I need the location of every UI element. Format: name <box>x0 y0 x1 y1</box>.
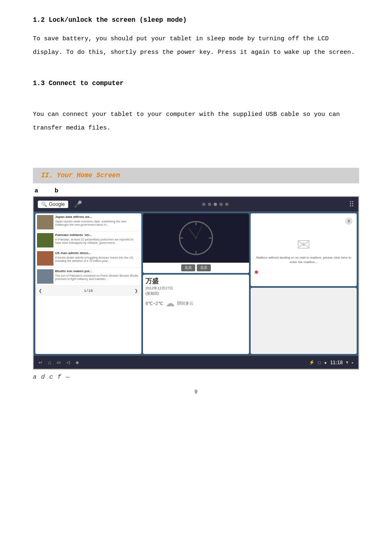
dot-4 <box>219 203 223 206</box>
news-text-1: Japan data affirms we... Japan reports w… <box>55 215 140 229</box>
news-prev-button[interactable]: ❮ <box>39 287 42 294</box>
empty-widget <box>251 288 357 354</box>
weather-temp: 8℃~2℃ <box>145 301 163 306</box>
mail-text: Mailbox without landing or no mail in ma… <box>254 256 353 264</box>
signal-icon: ● <box>324 360 327 365</box>
wifi-icon: ▾ <box>346 360 348 365</box>
clock-location: 北京 北京 <box>143 263 249 273</box>
clock-svg <box>178 220 214 257</box>
news-item-1[interactable]: Japan data affirms we... Japan reports w… <box>35 213 141 231</box>
dot-3 <box>214 203 217 206</box>
storage-icon: □ <box>318 360 321 365</box>
home-icon[interactable]: ⌂ <box>48 359 51 366</box>
dot-5 <box>225 203 228 206</box>
mail-unread-dot <box>255 271 258 274</box>
page-number: 9 <box>0 385 392 399</box>
svg-line-6 <box>196 226 202 238</box>
tablet-screen: 🔍 Google 🎤 ⠿ Japan data affirms we... Ja… <box>33 196 359 370</box>
section-number: II. <box>41 172 53 179</box>
tablet-bottombar: ↩ ⌂ ▭ ◁ ◈ ⚡ □ ● 11:18 ▾ ▪ <box>34 356 358 369</box>
apps-grid-icon[interactable]: ⠿ <box>349 200 354 209</box>
mail-badge: 0 <box>345 217 353 225</box>
news-counter: 1/10 <box>84 289 93 293</box>
weather-desc: 阴转多云 <box>177 301 194 306</box>
section-title: Your Home Screen <box>57 172 120 179</box>
news-thumb-2 <box>37 233 53 247</box>
clock-time: 11:18 <box>330 360 343 365</box>
news-thumb-1 <box>37 215 53 229</box>
svg-line-5 <box>189 229 196 238</box>
search-bar[interactable]: 🔍 Google <box>38 201 68 208</box>
section-body-connect: You can connect your tablet to your comp… <box>33 108 359 135</box>
recent-icon[interactable]: ▭ <box>57 359 60 366</box>
mail-icon: ✉ <box>297 235 311 254</box>
news-next-button[interactable]: ❯ <box>135 287 138 294</box>
section-heading-connect: 1.3 Connect to computer <box>33 80 359 87</box>
news-item-3[interactable]: US man admits dinos... A fossils dealer … <box>35 250 141 268</box>
section-body-lock: To save battery, you should put your tab… <box>33 32 359 59</box>
ab-labels: a b <box>33 187 359 194</box>
news-nav: ❮ 1/10 ❯ <box>35 286 141 296</box>
section-heading-lock: 1.2 Lock/unlock the screen (sleep mode) <box>33 16 359 24</box>
news-thumb-3 <box>37 251 53 266</box>
mail-widget[interactable]: 0 ✉ Mailbox without landing or no mail i… <box>251 213 357 286</box>
weather-widget: 万盛 2012年12月27日 (星期四) 8℃~2℃ ☁ 阴转多云 <box>143 275 249 354</box>
dot-2 <box>208 203 211 206</box>
search-icon: 🔍 <box>41 201 47 207</box>
news-text-2: Pakistan militants 'sei... In Pakistan, … <box>55 233 140 247</box>
news-text-4: Bhutto son makes pol... The son of Pakis… <box>55 269 140 284</box>
weather-city: 万盛 <box>145 277 247 286</box>
home-screen-banner: II. Your Home Screen <box>33 168 359 183</box>
bottom-partial-text: a d c f — <box>33 374 359 381</box>
clock-loc-btn-2[interactable]: 北京 <box>197 264 211 271</box>
page-dots <box>85 203 346 206</box>
tablet-main-grid: Japan data affirms we... Japan reports w… <box>34 212 358 356</box>
tablet-topbar: 🔍 Google 🎤 ⠿ <box>34 197 358 212</box>
clock-loc-btn-1[interactable]: 北京 <box>181 264 195 271</box>
charge-icon: ⚡ <box>309 360 315 365</box>
search-label: Google <box>49 201 65 207</box>
mic-icon[interactable]: 🎤 <box>74 200 82 208</box>
volume-up-icon[interactable]: ◈ <box>76 359 79 366</box>
news-text-3: US man admits dinos... A fossils dealer … <box>55 251 140 266</box>
news-thumb-4 <box>37 269 53 284</box>
battery-icon: ▪ <box>352 360 353 365</box>
weather-date: 2012年12月27日 (星期四) <box>145 286 247 296</box>
news-widget[interactable]: Japan data affirms we... Japan reports w… <box>35 213 141 354</box>
volume-down-icon[interactable]: ◁ <box>66 359 69 366</box>
clock-widget: 北京 北京 <box>143 213 249 273</box>
news-item-2[interactable]: Pakistan militants 'sei... In Pakistan, … <box>35 231 141 250</box>
svg-point-7 <box>195 237 197 239</box>
clock-face <box>143 213 249 263</box>
back-icon[interactable]: ↩ <box>39 359 42 366</box>
status-bar: ⚡ □ ● 11:18 ▾ ▪ <box>309 360 353 365</box>
news-item-4[interactable]: Bhutto son makes pol... The son of Pakis… <box>35 268 141 286</box>
label-a: a <box>35 187 38 194</box>
dot-1 <box>202 203 205 206</box>
label-b: b <box>55 187 58 194</box>
